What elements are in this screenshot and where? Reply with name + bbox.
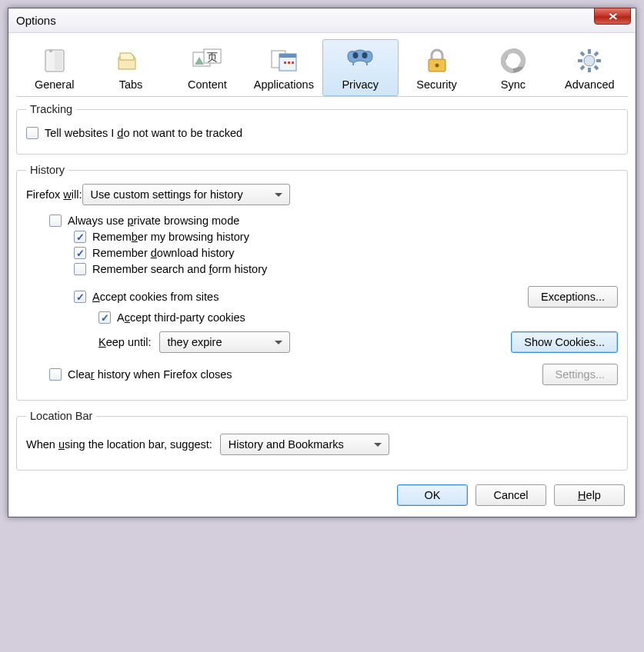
category-toolbar: General Tabs 页 Content Applications: [16, 39, 628, 97]
svg-line-26: [595, 66, 598, 69]
clear-on-close-label: Clear history when Firefox closes: [68, 368, 232, 381]
remember-download-checkbox[interactable]: [74, 247, 86, 259]
remember-browsing-label: Remember my browsing history: [92, 231, 249, 243]
keep-until-label: Keep until:: [98, 336, 152, 348]
history-group: History Firefox will: Use custom setting…: [16, 164, 628, 401]
tab-security-label: Security: [416, 78, 456, 91]
accept-third-party-label: Accept third-party cookies: [117, 311, 245, 324]
svg-rect-11: [284, 62, 286, 64]
close-button[interactable]: ✕: [594, 8, 631, 25]
svg-line-25: [581, 52, 584, 55]
tab-sync[interactable]: Sync: [475, 39, 551, 96]
location-suggest-combo[interactable]: History and Bookmarks: [220, 434, 389, 455]
tab-tabs-label: Tabs: [119, 78, 143, 91]
clear-settings-button: Settings...: [542, 364, 618, 385]
tab-security[interactable]: Security: [399, 39, 475, 96]
ok-button[interactable]: OK: [397, 484, 468, 506]
remember-form-checkbox[interactable]: [74, 263, 86, 275]
tab-general-label: General: [35, 78, 75, 91]
svg-rect-12: [288, 62, 290, 64]
sync-icon: [497, 45, 529, 77]
svg-line-28: [581, 66, 584, 69]
tab-content[interactable]: 页 Content: [169, 39, 245, 96]
svg-point-14: [353, 52, 359, 58]
remember-form-label: Remember search and form history: [92, 263, 267, 275]
location-suggest-label: When using the location bar, suggest:: [26, 438, 212, 451]
keep-until-combo[interactable]: they expire: [159, 331, 290, 353]
options-dialog: Options ✕ General Tabs 页 Content: [8, 8, 636, 517]
show-cookies-button[interactable]: Show Cookies...: [511, 331, 618, 353]
tracking-group: Tracking Tell websites I do not want to …: [16, 103, 628, 155]
tab-tabs[interactable]: Tabs: [92, 39, 169, 96]
history-legend: History: [26, 164, 68, 176]
titlebar[interactable]: Options ✕: [8, 8, 636, 33]
svg-point-20: [584, 55, 595, 66]
tab-advanced-label: Advanced: [565, 78, 615, 91]
accept-cookies-label: Accept cookies from sites: [92, 291, 219, 303]
privacy-icon: [344, 45, 376, 77]
svg-text:页: 页: [207, 51, 218, 63]
svg-rect-2: [49, 49, 52, 52]
accept-cookies-checkbox[interactable]: [74, 291, 86, 303]
remember-browsing-checkbox[interactable]: [74, 231, 86, 243]
remember-download-label: Remember download history: [92, 247, 235, 259]
clear-on-close-checkbox[interactable]: [49, 368, 62, 381]
help-button[interactable]: Help: [554, 484, 625, 506]
tell-websites-checkbox[interactable]: [26, 127, 38, 139]
tab-privacy[interactable]: Privacy: [322, 39, 399, 96]
content-icon: 页: [191, 45, 223, 77]
dialog-content: General Tabs 页 Content Applications: [8, 33, 636, 517]
svg-rect-10: [279, 54, 296, 58]
applications-icon: [268, 45, 300, 77]
always-private-label: Always use private browsing mode: [68, 215, 239, 227]
svg-rect-13: [292, 62, 294, 64]
tab-general[interactable]: General: [16, 39, 92, 96]
tab-content-label: Content: [188, 78, 227, 91]
general-icon: [38, 45, 71, 77]
tab-applications-label: Applications: [254, 78, 314, 91]
tracking-legend: Tracking: [26, 103, 76, 115]
tab-sync-label: Sync: [501, 78, 526, 91]
tab-applications[interactable]: Applications: [245, 39, 322, 96]
window-title: Options: [16, 14, 56, 27]
accept-third-party-checkbox[interactable]: [98, 311, 111, 324]
svg-point-15: [362, 52, 368, 58]
location-bar-legend: Location Bar: [26, 410, 96, 422]
svg-line-27: [595, 52, 598, 55]
security-icon: [421, 45, 453, 77]
history-mode-combo[interactable]: Use custom settings for history: [82, 184, 290, 205]
cancel-button[interactable]: Cancel: [475, 484, 546, 506]
tab-advanced[interactable]: Advanced: [552, 39, 628, 96]
svg-rect-1: [55, 52, 62, 70]
dialog-footer: OK Cancel Help: [16, 480, 628, 509]
exceptions-button[interactable]: Exceptions...: [528, 286, 618, 308]
tab-privacy-label: Privacy: [342, 78, 379, 91]
advanced-icon: [573, 45, 606, 77]
tell-websites-label: Tell websites I do not want to be tracke…: [45, 127, 242, 139]
close-icon: ✕: [607, 11, 618, 22]
firefox-will-label: Firefox will:: [26, 188, 82, 201]
location-bar-group: Location Bar When using the location bar…: [16, 410, 628, 471]
always-private-checkbox[interactable]: [49, 215, 62, 227]
svg-point-17: [435, 64, 439, 68]
tabs-icon: [115, 45, 147, 77]
